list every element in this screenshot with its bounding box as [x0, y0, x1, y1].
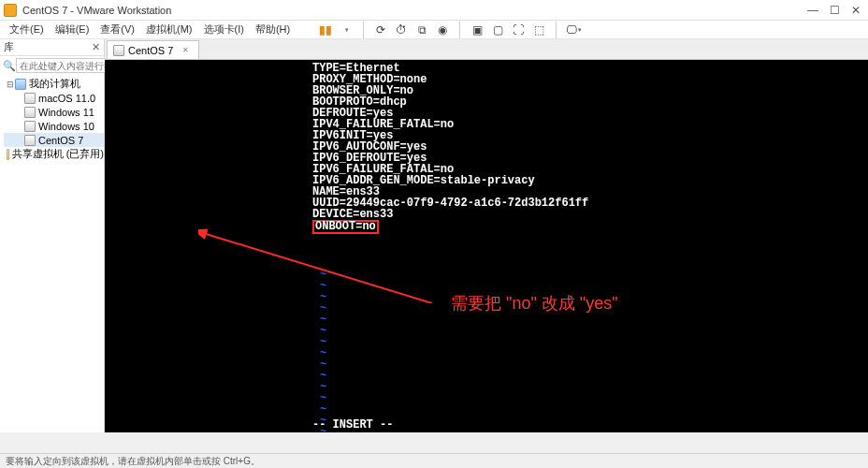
tree-label: CentOS 7 — [38, 135, 83, 146]
tree-label: Windows 10 — [38, 121, 94, 132]
cfg-line: IPV6_ADDR_GEN_MODE=stable-privacy — [312, 175, 868, 186]
tree-label: 我的计算机 — [29, 77, 80, 91]
sidebar-header: 库 ✕ — [0, 39, 104, 56]
menu-vm[interactable]: 虚拟机(M) — [142, 21, 196, 38]
close-button[interactable]: ✕ — [851, 4, 861, 17]
tree-label: 共享虚拟机 (已弃用) — [12, 147, 104, 161]
search-icon[interactable]: 🔍 — [3, 60, 16, 72]
tree-host[interactable]: ⊟我的计算机 — [4, 77, 104, 91]
menu-help[interactable]: 帮助(H) — [252, 21, 294, 38]
window-controls: — ☐ ✕ — [807, 4, 864, 17]
terminal-text: TYPE=Ethernet PROXY_METHOD=none BROWSER_… — [312, 63, 868, 231]
vm-console[interactable]: TYPE=Ethernet PROXY_METHOD=none BROWSER_… — [105, 60, 868, 432]
pause-vm-button[interactable]: ▮▮ — [316, 21, 335, 39]
annotation-arrow — [198, 228, 432, 303]
sidebar-search-row: 🔍 ▾ — [0, 56, 104, 75]
devices-dropdown[interactable]: 🖵 — [564, 21, 583, 39]
tree-vm-win10[interactable]: Windows 10 — [4, 119, 104, 133]
tree-shared-vms[interactable]: 共享虚拟机 (已弃用) — [4, 147, 104, 161]
menu-file[interactable]: 文件(E) — [6, 21, 48, 38]
sidebar-close-icon[interactable]: ✕ — [92, 41, 100, 53]
svg-line-0 — [203, 233, 432, 303]
statusbar: 要将输入定向到该虚拟机，请在虚拟机内部单击或按 Ctrl+G。 — [0, 453, 868, 468]
snapshot-manager-button[interactable]: ⧉ — [412, 21, 431, 39]
maximize-button[interactable]: ☐ — [830, 4, 840, 17]
vm-tree: ⊟我的计算机 macOS 11.0 Windows 11 Windows 10 … — [0, 75, 104, 432]
library-sidebar: 库 ✕ 🔍 ▾ ⊟我的计算机 macOS 11.0 Windows 11 Win… — [0, 39, 105, 432]
menu-edit[interactable]: 编辑(E) — [51, 21, 94, 38]
unity-button[interactable]: ▢ — [488, 21, 507, 39]
vim-mode-indicator: -- INSERT -- — [312, 419, 393, 431]
menubar: 文件(E) 编辑(E) 查看(V) 虚拟机(M) 选项卡(I) 帮助(H) ▮▮… — [0, 21, 868, 39]
vm-icon — [113, 45, 124, 56]
tab-close-icon[interactable]: ✕ — [182, 46, 189, 54]
vmware-app-icon — [4, 4, 17, 17]
tree-label: Windows 11 — [38, 107, 94, 118]
onboot-highlight: ONBOOT=no — [312, 220, 379, 234]
status-message: 要将输入定向到该虚拟机，请在虚拟机内部单击或按 Ctrl+G。 — [6, 456, 260, 466]
main-area: 库 ✕ 🔍 ▾ ⊟我的计算机 macOS 11.0 Windows 11 Win… — [0, 39, 868, 432]
cfg-line: BOOTPROTO=dhcp — [312, 96, 868, 108]
tree-vm-macos[interactable]: macOS 11.0 — [4, 91, 104, 105]
power-dropdown[interactable] — [337, 21, 355, 39]
tree-label: macOS 11.0 — [38, 93, 95, 104]
titlebar: CentOS 7 - VMware Workstation — ☐ ✕ — [0, 0, 868, 21]
tree-vm-win11[interactable]: Windows 11 — [4, 105, 104, 119]
cfg-line: DEVICE=ens33 — [312, 209, 868, 220]
stretch-button[interactable]: ⛶ — [509, 21, 528, 39]
separator — [459, 22, 460, 38]
sidebar-title: 库 — [4, 40, 14, 54]
annotation-text: 需要把 "no" 改成 "yes" — [451, 298, 618, 309]
send-ctrl-alt-del-button[interactable]: ⟳ — [371, 21, 390, 39]
separator — [556, 22, 557, 38]
content-area: CentOS 7 ✕ TYPE=Ethernet PROXY_METHOD=no… — [105, 39, 868, 432]
cfg-line: UUID=29449cac-07f9-4792-a1c6-72d3b12f61f… — [312, 197, 868, 209]
menu-tabs[interactable]: 选项卡(I) — [200, 21, 248, 38]
toolbar: ▮▮ ⟳ ⏱ ⧉ ◉ ▣ ▢ ⛶ ⬚ 🖵 — [316, 22, 583, 38]
fullscreen-button[interactable]: ▣ — [468, 21, 486, 39]
snapshot-button[interactable]: ⏱ — [392, 21, 411, 39]
tab-label: CentOS 7 — [128, 45, 173, 56]
tree-vm-centos7[interactable]: CentOS 7 — [4, 133, 104, 147]
tab-centos7[interactable]: CentOS 7 ✕ — [107, 40, 199, 59]
vm-tabstrip: CentOS 7 ✕ — [105, 39, 868, 60]
revert-button[interactable]: ◉ — [433, 21, 452, 39]
minimize-button[interactable]: — — [807, 4, 818, 17]
separator — [363, 22, 364, 38]
view-cycle-button[interactable]: ⬚ — [529, 21, 548, 39]
window-title: CentOS 7 - VMware Workstation — [22, 5, 807, 16]
cfg-line: IPV4_FAILURE_FATAL=no — [312, 119, 868, 130]
vim-tilde-column: ~~~~~~~~~~~~~~~~~~~~ — [320, 270, 326, 432]
menu-view[interactable]: 查看(V) — [96, 21, 138, 38]
